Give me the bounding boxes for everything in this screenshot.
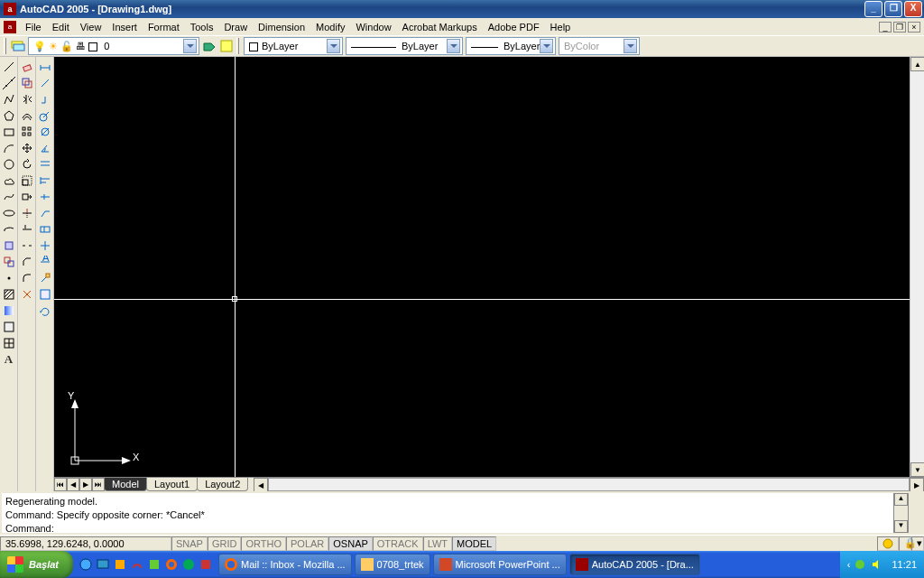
dim-continue-icon[interactable] (37, 189, 53, 205)
chamfer-icon[interactable] (19, 254, 35, 270)
comm-center-icon[interactable] (877, 536, 899, 551)
ql-app-icon[interactable] (181, 557, 196, 572)
layer-manager-icon[interactable] (11, 39, 25, 53)
dimstyle-icon[interactable] (37, 286, 53, 303)
dimedit-icon[interactable]: A (37, 254, 53, 270)
explode-icon[interactable] (19, 286, 35, 303)
ortho-toggle[interactable]: ORTHO (241, 536, 286, 551)
lwt-toggle[interactable]: LWT (423, 536, 452, 551)
ql-app-icon[interactable] (147, 557, 162, 572)
taskbar-item[interactable]: Mail :: Inbox - Mozilla ... (218, 554, 352, 575)
tab-layout1[interactable]: Layout1 (146, 478, 198, 491)
qdim-icon[interactable] (37, 156, 53, 172)
menu-modify[interactable]: Modify (310, 20, 350, 34)
gradient-icon[interactable] (1, 303, 17, 319)
layer-previous-icon[interactable] (202, 39, 217, 53)
stretch-icon[interactable] (19, 189, 35, 205)
taskbar-item[interactable]: 0708_trtek (355, 554, 430, 575)
menu-adobepdf[interactable]: Adobe PDF (483, 20, 545, 34)
spline-icon[interactable] (1, 189, 17, 205)
polar-toggle[interactable]: POLAR (286, 536, 328, 551)
toolbar-grip[interactable] (4, 38, 6, 54)
lineweight-dropdown[interactable]: ByLayer (466, 37, 556, 55)
ellipse-icon[interactable] (1, 205, 17, 221)
menu-view[interactable]: View (75, 20, 107, 34)
menu-acrobat[interactable]: Acrobat Markups (397, 20, 483, 34)
mdi-restore[interactable]: ❐ (893, 22, 906, 33)
move-icon[interactable] (19, 140, 35, 156)
layer-states-icon[interactable] (219, 39, 234, 53)
layer-dropdown[interactable]: 💡 ☀ 🔓 🖶 0 (28, 37, 199, 55)
rotate-icon[interactable] (19, 156, 35, 172)
tolerance-icon[interactable] (37, 221, 53, 238)
dim-linear-icon[interactable] (37, 59, 53, 75)
point-icon[interactable] (1, 270, 17, 286)
vertical-scrollbar[interactable]: ▲ ▼ (910, 57, 924, 477)
menu-insert[interactable]: Insert (106, 20, 143, 34)
ql-firefox-icon[interactable] (164, 557, 179, 572)
menu-tools[interactable]: Tools (185, 20, 219, 34)
mdi-close[interactable]: × (908, 22, 920, 33)
dropdown-arrow-icon[interactable] (327, 39, 340, 53)
toolbar-grip[interactable] (236, 38, 239, 54)
scroll-right-icon[interactable]: ▶ (910, 478, 924, 491)
scroll-down-icon[interactable]: ▼ (910, 462, 924, 477)
tray-volume-icon[interactable] (870, 558, 882, 571)
revcloud-icon[interactable] (1, 172, 17, 189)
coordinates-display[interactable]: 35.6998, 129.6248, 0.0000 (0, 536, 171, 551)
horizontal-scrollbar[interactable]: ◀ ▶ (254, 478, 924, 491)
drawing-canvas[interactable]: X Y (54, 57, 910, 477)
mirror-icon[interactable] (19, 91, 35, 107)
snap-toggle[interactable]: SNAP (171, 536, 208, 551)
menu-help[interactable]: Help (545, 20, 577, 34)
tab-nav-first[interactable]: ⏮ (54, 478, 67, 491)
status-tray-icon[interactable]: ▾ (911, 536, 924, 551)
osnap-toggle[interactable]: OSNAP (328, 536, 373, 551)
tab-nav-next[interactable]: ▶ (79, 478, 92, 491)
array-icon[interactable] (19, 124, 35, 140)
qleader-icon[interactable] (37, 205, 53, 221)
command-grip[interactable] (908, 493, 922, 533)
region-icon[interactable] (1, 319, 17, 335)
arc-icon[interactable] (1, 140, 17, 156)
offset-icon[interactable] (19, 107, 35, 124)
start-button[interactable]: Başlat (0, 551, 73, 578)
copy-icon[interactable] (19, 75, 35, 91)
break-icon[interactable] (19, 238, 35, 254)
menu-dimension[interactable]: Dimension (253, 20, 310, 34)
dim-angular-icon[interactable] (37, 140, 53, 156)
ql-app-icon[interactable] (199, 557, 213, 572)
make-block-icon[interactable] (1, 254, 17, 270)
mtext-icon[interactable]: A (1, 351, 17, 368)
ql-app-icon[interactable] (130, 557, 144, 572)
rectangle-icon[interactable] (1, 124, 17, 140)
tab-nav-prev[interactable]: ◀ (67, 478, 79, 491)
line-icon[interactable] (1, 59, 17, 75)
menu-window[interactable]: Window (350, 20, 396, 34)
hatch-icon[interactable] (1, 286, 17, 303)
scroll-up-icon[interactable]: ▲ (910, 57, 924, 71)
grid-toggle[interactable]: GRID (208, 536, 242, 551)
ql-app-icon[interactable] (113, 557, 127, 572)
clock[interactable]: 11:21 (892, 559, 917, 570)
command-window[interactable]: Regenerating model. Command: Specify opp… (0, 491, 924, 535)
minimize-button[interactable]: _ (864, 1, 882, 17)
dropdown-arrow-icon[interactable] (183, 39, 197, 53)
model-toggle[interactable]: MODEL (452, 536, 496, 551)
dim-aligned-icon[interactable] (37, 75, 53, 91)
menu-format[interactable]: Format (143, 20, 185, 34)
menu-file[interactable]: File (20, 20, 47, 34)
maximize-button[interactable]: ❐ (884, 1, 902, 17)
otrack-toggle[interactable]: OTRACK (373, 536, 423, 551)
menu-draw[interactable]: Draw (218, 20, 253, 34)
dim-baseline-icon[interactable] (37, 172, 53, 189)
circle-icon[interactable] (1, 156, 17, 172)
ql-desktop-icon[interactable] (96, 557, 110, 572)
tab-layout2[interactable]: Layout2 (197, 478, 248, 491)
dimtedit-icon[interactable] (37, 270, 53, 286)
linetype-dropdown[interactable]: ByLayer (346, 37, 463, 55)
ellipse-arc-icon[interactable] (1, 221, 17, 238)
tab-model[interactable]: Model (104, 478, 147, 491)
color-dropdown[interactable]: ByLayer (244, 37, 343, 55)
insert-block-icon[interactable] (1, 238, 17, 254)
